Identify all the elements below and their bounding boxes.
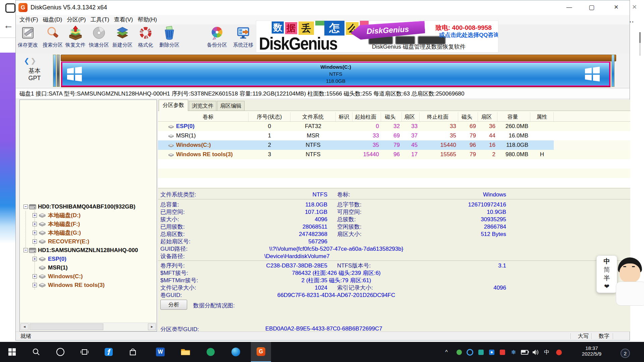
word-button[interactable]: W (150, 342, 170, 362)
table-row-esp[interactable]: ESP(0) 0FAT32 03233 336936 260.0MB (158, 122, 630, 131)
window-restore-icon[interactable] (5, 3, 15, 13)
quick-partition-button[interactable]: 快速分区 (87, 25, 111, 52)
new-partition-button[interactable]: 新建分区 (110, 25, 135, 52)
banner-qq-link[interactable]: 或点击此处选择QQ咨询 (439, 31, 498, 39)
snowflake-icon[interactable]: ❄ (509, 348, 518, 357)
tray-red-circle-icon[interactable] (554, 348, 563, 357)
menu-view[interactable]: 查看(V) (112, 15, 136, 24)
expand-icon[interactable]: + (33, 257, 37, 261)
word-icon: W (156, 348, 165, 356)
volume-icon[interactable] (531, 348, 540, 357)
tab-partition-params[interactable]: 分区参数 (159, 100, 188, 111)
tray-teal-icon[interactable] (477, 348, 485, 357)
divider (0, 38, 15, 38)
menu-help[interactable]: 帮助(H) (135, 15, 159, 24)
scrollbar-thumb[interactable] (639, 32, 641, 43)
banner-tile: 据 (285, 22, 297, 34)
maximize-button[interactable]: ▢ (584, 0, 599, 14)
msr-partition-strip[interactable] (57, 55, 60, 87)
horizontal-scrollbar[interactable]: ◄ ► (20, 322, 156, 331)
tray-red-icon[interactable] (498, 348, 507, 357)
tree-item-hd0[interactable]: − HD0:TOSHIBAMQ04ABF100(932GB) (20, 202, 157, 211)
tree-item-windows-c[interactable]: + Windows(C:) (20, 272, 157, 281)
expand-icon[interactable]: + (33, 274, 37, 279)
table-row-windows-re[interactable]: Windows RE tools(3) 3NTFS 154409617 1556… (158, 150, 630, 159)
store-button[interactable] (123, 342, 143, 362)
behind-window-close-icon[interactable]: ✕ (632, 3, 637, 11)
menu-partition[interactable]: 分区(P) (64, 15, 88, 24)
tab-sector-edit[interactable]: 扇区编辑 (217, 101, 245, 111)
partition-icon (39, 221, 46, 227)
heart-icon[interactable]: ❤ (597, 282, 617, 291)
tray-expand-icon[interactable]: ^ (442, 348, 451, 357)
collapse-icon[interactable]: − (23, 248, 28, 252)
analyze-button[interactable]: 分析 (160, 300, 187, 310)
format-button[interactable]: 格式化 (133, 25, 158, 52)
file-explorer-button[interactable] (175, 342, 196, 362)
close-button[interactable]: ✕ (608, 0, 624, 14)
backup-partition-button[interactable]: 备份分区 (205, 25, 229, 52)
scroll-right-icon[interactable]: ► (148, 323, 156, 330)
partition-icon (39, 265, 46, 271)
avatar-body (616, 282, 644, 306)
ime-char[interactable]: 半 (597, 274, 617, 282)
menu-disk[interactable]: 磁盘(D) (41, 15, 65, 24)
task-view-button[interactable] (74, 342, 95, 362)
app-green-button[interactable] (201, 342, 221, 362)
partition-icon (168, 125, 174, 129)
menu-file[interactable]: 文件(F) (17, 15, 41, 24)
cortana-button[interactable] (50, 342, 70, 362)
tray-green-icon[interactable] (455, 348, 464, 357)
tray-qq-icon[interactable] (487, 348, 496, 357)
table-row-windows-c[interactable]: Windows(C:) 2NTFS 357945 154409616 118.0… (158, 140, 630, 150)
back-arrow-icon[interactable]: ← (3, 19, 13, 31)
recover-files-button[interactable]: 恢复文件 (63, 25, 88, 52)
expand-icon[interactable]: + (33, 239, 37, 244)
nav-back-icon[interactable]: ❮ (24, 57, 30, 65)
scroll-left-icon[interactable]: ◄ (20, 323, 29, 330)
tree-item-msr[interactable]: MSR(1) (20, 263, 157, 272)
taskbar-search-button[interactable] (26, 342, 46, 362)
tree-item-local-f[interactable]: + 本地磁盘(F:) (20, 220, 157, 229)
battery-icon[interactable] (520, 348, 529, 357)
windows-c-partition-block[interactable]: Windows(C:) NTFS 118.0GB (61, 62, 610, 86)
diskgenius-taskbar-button[interactable]: G (251, 342, 271, 362)
scrollbar-thumb[interactable] (30, 323, 103, 330)
re-tools-partition-strip[interactable] (611, 55, 614, 87)
detail-row: 文件记录大小:1024索引记录大小:4096 (158, 284, 630, 291)
tree-item-windows-re[interactable]: + Windows RE tools(3) (20, 281, 157, 290)
ad-banner[interactable]: 数 据 丢 怎 么 ! DiskGenius DiskGenius 致电: 40… (256, 20, 498, 53)
tree-item-local-g[interactable]: + 本地磁盘(G:) (20, 229, 157, 237)
app-blue-button[interactable] (99, 342, 119, 362)
collapse-icon[interactable]: − (23, 204, 28, 209)
expand-icon[interactable]: + (33, 222, 37, 226)
edge-button[interactable] (226, 342, 246, 362)
nav-forward-icon[interactable]: ❯ (31, 57, 36, 65)
detail-row: 已用簇数:28068511空闲簇数:2866784 (158, 223, 630, 230)
ime-floating-widget[interactable]: 中 简 半 ❤ (596, 255, 617, 293)
backup-partition-icon (210, 25, 224, 40)
tray-blue-ring-icon[interactable] (466, 348, 474, 357)
table-row-msr[interactable]: MSR(1) 1MSR 336937 357944 16.0MB (158, 131, 630, 140)
tree-item-hd1[interactable]: − HD1:SAMSUNGMZNLN128HAHQ-000 (20, 246, 157, 255)
ime-char[interactable]: 中 (597, 257, 617, 265)
tree-item-recovery-e[interactable]: + RECOVERY(E:) (20, 237, 157, 246)
system-migration-button[interactable]: 系统迁移 (231, 25, 255, 52)
expand-icon[interactable]: + (33, 283, 37, 287)
minimize-button[interactable]: — (561, 0, 577, 14)
tab-browse-files[interactable]: 浏览文件 (189, 101, 216, 111)
delete-partition-button[interactable]: 删除分区 (157, 25, 181, 52)
tree-item-local-d[interactable]: + 本地磁盘(D:) (20, 211, 157, 220)
expand-icon[interactable]: + (33, 231, 37, 235)
tree-item-esp[interactable]: + ESP(0) (20, 255, 157, 263)
start-button[interactable] (2, 342, 22, 362)
esp-partition-strip[interactable] (53, 55, 56, 87)
search-partition-button[interactable]: 搜索分区 (41, 25, 65, 52)
ime-indicator[interactable]: 中 (542, 348, 551, 357)
ime-char[interactable]: 简 (597, 265, 617, 274)
save-changes-button[interactable]: 保存更改 (16, 25, 40, 52)
expand-icon[interactable]: + (33, 213, 37, 218)
window-title: DiskGenius V5.4.3.1342 x64 (31, 4, 107, 11)
menu-tools[interactable]: 工具(T) (88, 15, 112, 24)
taskbar-clock[interactable]: 18:37 2022/5/9 (570, 342, 613, 362)
